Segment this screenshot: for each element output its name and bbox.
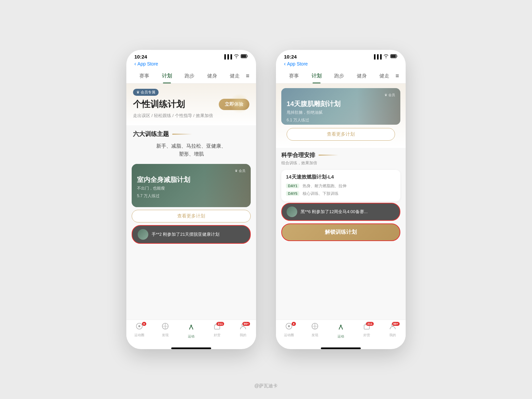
tab-paopao-left[interactable]: 跑步 (178, 71, 201, 80)
watermark: @萨瓦迪卡 (254, 383, 278, 389)
toast-text-right: 黑**6 刚参加了12周全马4:00备赛... (301, 209, 395, 215)
badge-haohuo-right: 211 (366, 322, 374, 326)
bottom-tab-wode-right[interactable]: 我的 99+ (380, 323, 406, 339)
bottom-tab-haohuo-left[interactable]: 好货 211 (204, 323, 230, 339)
card-title-left: 室内全身减脂计划 (137, 175, 245, 184)
right-card-title: 14天腹肌雕刻计划 (287, 99, 395, 108)
nav-tabs-right: 赛事 计划 跑步 健身 健走 ≡ (276, 69, 406, 83)
hero-subtitle-left: 走出误区 / 轻松跟练 / 个性指导 / 效果加倍 (133, 113, 249, 119)
bottom-label-yundong-right: 运动 (337, 334, 344, 339)
plan-card-left[interactable]: ♛ 会员 室内全身减脂计划 不出门，也能瘦 5.7 万人练过 (132, 164, 251, 207)
badge-wode-right: 99+ (392, 322, 400, 326)
back-label-left[interactable]: App Store (137, 61, 158, 66)
back-nav-right[interactable]: ‹ App Store (276, 61, 406, 69)
status-bar-left: 10:24 ▐▐▐ (126, 50, 256, 61)
theme-text-left: 新手、减脂、马拉松、亚健康、塑形、增肌 (156, 143, 226, 157)
view-more-left[interactable]: 查看更多计划 (132, 210, 251, 222)
back-chevron-icon-right: ‹ (284, 61, 286, 67)
section2-title-right: 科学合理安排 (281, 151, 315, 159)
badge-yundongjuan-right: ● (292, 322, 296, 326)
bottom-label-yundongjuan-right: 运动圈 (284, 333, 294, 337)
back-label-right[interactable]: App Store (287, 61, 308, 66)
bottom-tab-faxian-left[interactable]: 发现 (152, 323, 178, 339)
status-time-left: 10:24 (134, 54, 147, 60)
bottom-tab-faxian-right[interactable]: 发现 (302, 323, 328, 339)
svg-point-15 (288, 325, 290, 327)
day5-label-right: DAY5 (286, 191, 299, 196)
status-time-right: 10:24 (284, 54, 297, 60)
day5-text-right: 核心训练、下肢训练 (303, 191, 338, 196)
section2-sub-right: 组合训练，效果加倍 (276, 160, 406, 169)
badge-wode-left: 99+ (242, 322, 250, 326)
bottom-tab-yundong-right[interactable]: 运动 (328, 323, 354, 339)
right-card-body: ♛ 会员 14天腹肌雕刻计划 甩掉肚腩，拒绝油腻 6.1 万人练过 (281, 88, 400, 125)
bottom-tab-yundong-left[interactable]: 运动 (178, 323, 204, 339)
section-title-left: 六大训练主题 (133, 130, 169, 138)
section2-header-right: 科学合理安排 (276, 148, 406, 160)
hero-section-left: ♛ 会员专属 个性训练计划 立即体验 走出误区 / 轻松跟练 / 个性指导 / … (126, 83, 256, 125)
bottom-label-faxian-right: 发现 (312, 333, 318, 337)
phone-content-right: ♛ 会员 14天腹肌雕刻计划 甩掉肚腩，拒绝油腻 6.1 万人练过 查看更多计划… (276, 83, 406, 320)
sports-icon-right (336, 323, 345, 333)
view-more-right[interactable]: 查看更多计划 (287, 128, 395, 141)
day1-text-right: 热身、耐力燃脂跑、拉伸 (303, 184, 346, 188)
tab-saishi-right[interactable]: 赛事 (283, 71, 305, 80)
page-wrapper: 10:24 ▐▐▐ ‹ App Store 赛事 计划 跑步 健身 健走 ≡ (0, 0, 532, 399)
discover-icon-left (162, 323, 169, 332)
svg-rect-1 (247, 56, 248, 57)
status-icons-left: ▐▐▐ (223, 54, 248, 59)
signal-icon-right: ▐▐▐ (372, 54, 382, 59)
tab-jihua-left[interactable]: 计划 (156, 71, 178, 80)
back-nav-left[interactable]: ‹ App Store (126, 61, 256, 69)
svg-rect-12 (397, 56, 398, 57)
svg-point-4 (138, 325, 140, 327)
sports-icon-left (187, 323, 196, 333)
menu-icon-right[interactable]: ≡ (395, 72, 399, 79)
plan-day1-right: DAY1 热身、耐力燃脂跑、拉伸 (286, 182, 396, 190)
card-count-left: 5.7 万人练过 (137, 193, 245, 199)
bottom-tab-wode-left[interactable]: 我的 99+ (230, 323, 256, 339)
right-card-count: 6.1 万人练过 (287, 117, 395, 123)
status-icons-right: ▐▐▐ (372, 54, 398, 59)
plan-day5-right: DAY5 核心训练、下肢训练 (286, 190, 396, 198)
bottom-tab-haohuo-right[interactable]: 好货 211 (354, 323, 380, 339)
signal-icon-left: ▐▐▐ (223, 54, 232, 59)
tab-jianzou-left[interactable]: 健走 (223, 71, 246, 80)
tab-jianzou-right[interactable]: 健走 (373, 71, 396, 80)
tab-paopao-right[interactable]: 跑步 (328, 71, 350, 80)
section-decoration-left (172, 134, 192, 135)
day1-label-right: DAY1 (286, 184, 299, 188)
toast-right: 黑**6 刚参加了12周全马4:00备赛... (281, 203, 400, 221)
bottom-label-faxian-left: 发现 (162, 333, 169, 337)
badge-haohuo-left: 211 (216, 322, 224, 326)
menu-icon-left[interactable]: ≡ (246, 72, 249, 79)
back-chevron-icon-left: ‹ (134, 61, 136, 67)
plan-card-right[interactable]: ♛ 会员 14天腹肌雕刻计划 甩掉肚腩，拒绝油腻 6.1 万人练过 (281, 88, 400, 125)
bottom-label-yundong-left: 运动 (188, 334, 195, 339)
plan-detail-title-right: 14天速效燃脂计划-L4 (286, 174, 396, 180)
phone-content-left: ♛ 会员专属 个性训练计划 立即体验 走出误区 / 轻松跟练 / 个性指导 / … (126, 83, 256, 320)
bottom-label-yundongjuan-left: 运动圈 (134, 333, 144, 337)
bottom-bar-left: 运动圈 ● 发现 运动 好货 211 (126, 320, 256, 345)
battery-icon-right (390, 54, 398, 59)
theme-list-left: 新手、减脂、马拉松、亚健康、塑形、增肌 (126, 141, 256, 161)
bottom-tab-yundongjuan-right[interactable]: 运动圈 ● (276, 323, 302, 339)
card-subtitle-left: 不出门，也能瘦 (137, 186, 245, 191)
tab-jianshen-left[interactable]: 健身 (201, 71, 223, 80)
svg-point-8 (191, 325, 192, 327)
svg-rect-2 (241, 55, 246, 58)
tab-saishi-left[interactable]: 赛事 (133, 71, 156, 80)
bottom-bar-right: 运动圈 ● 发现 运动 好货 211 (276, 320, 406, 345)
unlock-btn-right[interactable]: 解锁训练计划 (281, 223, 400, 241)
tab-jihua-right[interactable]: 计划 (305, 71, 328, 80)
tab-jianshen-right[interactable]: 健身 (350, 71, 373, 80)
battery-icon-left (241, 54, 248, 59)
bottom-label-wode-left: 我的 (240, 333, 246, 337)
bottom-label-haohuo-left: 好货 (214, 333, 220, 337)
svg-point-19 (340, 325, 342, 327)
home-indicator-right (321, 347, 361, 349)
section-header-left: 六大训练主题 (126, 125, 256, 141)
bottom-tab-yundongjuan-left[interactable]: 运动圈 ● (126, 323, 152, 339)
plan-detail-card-right[interactable]: 14天速效燃脂计划-L4 DAY1 热身、耐力燃脂跑、拉伸 DAY5 核心训练、… (281, 170, 400, 201)
bottom-label-haohuo-right: 好货 (363, 333, 370, 337)
